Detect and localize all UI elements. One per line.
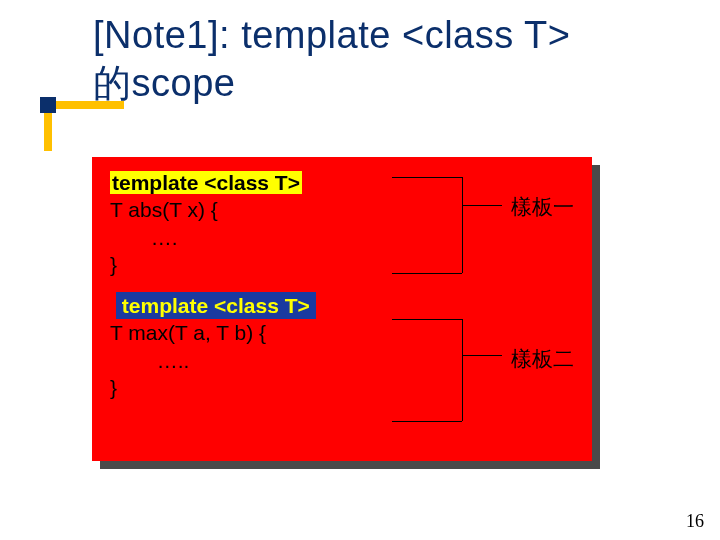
code-panel: template <class T> T abs(T x) { …. } tem… [92,157,592,461]
bracket-1-bottom [392,273,462,274]
bracket-1-vertical [462,177,463,273]
slide-title: [Note1]: template <class T> 的scope [93,12,570,107]
code-sig-2: T max(T a, T b) { [110,321,266,344]
template-decl-2: template <class T> [116,292,316,319]
code-block-1: template <class T> T abs(T x) { …. } [110,169,574,278]
label-template-two: 樣板二 [511,345,574,372]
page-number: 16 [686,511,704,532]
bracket-1-pointer [462,205,502,206]
label-template-one: 樣板一 [511,193,574,220]
bracket-2-bottom [392,421,462,422]
title-line-1: [Note1]: template <class T> [93,14,570,56]
code-block-2: template <class T> T max(T a, T b) { …..… [110,292,574,401]
accent-square [40,97,56,113]
code-sig-1: T abs(T x) { [110,198,218,221]
code-close-1: } [110,253,117,276]
bracket-2-pointer [462,355,502,356]
bracket-1-top [392,177,462,178]
code-dots-2: ….. [157,349,190,372]
template-decl-1: template <class T> [110,171,302,194]
bracket-2-vertical [462,319,463,421]
code-dots-1: …. [151,226,178,249]
bracket-2-top [392,319,462,320]
title-line-2: 的scope [93,62,235,104]
slide: [Note1]: template <class T> 的scope templ… [0,0,720,540]
code-close-2: } [110,376,117,399]
spacer [110,278,574,292]
